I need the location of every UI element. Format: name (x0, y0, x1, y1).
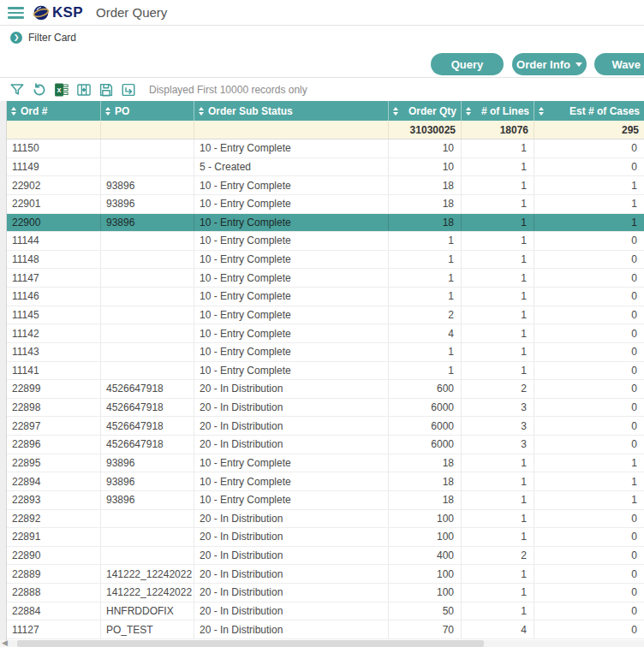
cell-lines: 3 (462, 436, 534, 454)
cell-qty: 400 (389, 547, 462, 565)
cell-cases: 0 (534, 584, 644, 602)
cell-lines: 1 (462, 288, 534, 306)
table-row[interactable]: 1114210 - Entry Complete410 (7, 324, 644, 343)
query-button[interactable]: Query (431, 53, 504, 75)
table-row[interactable]: 229019389610 - Entry Complete1811 (7, 195, 644, 214)
column-label: Est # of Cases (569, 105, 640, 117)
cell-cases: 1 (534, 491, 644, 509)
column-label: PO (115, 105, 129, 117)
cell-po: 93896 (101, 454, 194, 472)
excel-export-icon[interactable]: x (53, 82, 69, 98)
cell-po (101, 362, 194, 380)
wave-info-button[interactable]: Wave Info (594, 53, 644, 75)
hamburger-menu-icon[interactable] (8, 7, 24, 19)
totals-cell-po (101, 121, 194, 139)
table-row[interactable]: 22888141222_1224202220 - In Distribution… (7, 584, 644, 602)
column-header-status[interactable]: Order Sub Status (194, 101, 389, 121)
cell-lines: 1 (462, 158, 534, 176)
cell-cases: 0 (534, 324, 644, 342)
table-row[interactable]: 228949389610 - Entry Complete1811 (7, 472, 644, 491)
table-row[interactable]: 229029389610 - Entry Complete1811 (7, 176, 644, 195)
table-row[interactable]: 1114110 - Entry Complete110 (7, 362, 644, 381)
page-title: Order Query (96, 0, 167, 26)
cell-ord: 22897 (7, 417, 101, 435)
table-row[interactable]: 111495 - Created1010 (7, 158, 644, 177)
column-header-po[interactable]: PO (101, 101, 194, 121)
new-window-icon[interactable] (120, 82, 136, 98)
cell-status: 10 - Entry Complete (194, 251, 389, 269)
table-row[interactable]: 229009389610 - Entry Complete1811 (7, 214, 644, 233)
cell-ord: 11144 (7, 232, 101, 250)
table-row[interactable]: 1114810 - Entry Complete110 (7, 251, 644, 270)
table-row[interactable]: 1114310 - Entry Complete110 (7, 343, 644, 362)
filter-card-toggle[interactable]: ❯ Filter Card (0, 27, 644, 49)
table-row[interactable]: 2289220 - In Distribution10010 (7, 510, 644, 529)
table-row[interactable]: 2289120 - In Distribution10010 (7, 528, 644, 547)
column-header-qty[interactable]: Order Qty (389, 101, 462, 121)
column-chooser-icon[interactable] (75, 82, 92, 98)
cell-po: HNFRDDOFIX (101, 602, 194, 620)
table-row[interactable]: 22884HNFRDDOFIX20 - In Distribution5010 (7, 602, 644, 621)
refresh-icon[interactable] (31, 82, 47, 98)
table-row[interactable]: 22899452664791820 - In Distribution60020 (7, 380, 644, 399)
cell-cases: 0 (534, 565, 644, 583)
table-row[interactable]: 228959389610 - Entry Complete1811 (7, 454, 644, 473)
table-row[interactable]: 1114410 - Entry Complete110 (7, 232, 644, 251)
column-label: Ord # (21, 105, 47, 117)
sort-icon[interactable] (199, 107, 204, 116)
cell-qty: 50 (389, 602, 462, 620)
chevron-right-icon[interactable]: ❯ (10, 32, 22, 44)
cell-cases: 0 (534, 251, 644, 269)
cell-ord: 11141 (7, 362, 101, 380)
globe-icon (33, 4, 50, 21)
table-row[interactable]: 22896452664791820 - In Distribution60003… (7, 436, 644, 454)
table-row[interactable]: 1114510 - Entry Complete210 (7, 306, 644, 325)
scroll-left-arrow-icon[interactable]: ◀ (2, 638, 8, 647)
cell-cases: 0 (534, 158, 644, 176)
filter-icon[interactable] (9, 82, 25, 98)
column-header-lines[interactable]: # of Lines (462, 101, 534, 121)
filter-card-label: Filter Card (28, 27, 76, 50)
column-header-ord[interactable]: Ord # (7, 101, 101, 121)
cell-cases: 0 (534, 620, 644, 638)
save-icon[interactable] (98, 82, 114, 98)
cell-po: 93896 (101, 472, 194, 490)
cell-po: 93896 (101, 214, 194, 232)
table-row[interactable]: 1114610 - Entry Complete110 (7, 288, 644, 306)
column-header-cases[interactable]: Est # of Cases (534, 101, 644, 121)
sort-icon[interactable] (393, 107, 398, 116)
cell-po (101, 528, 194, 546)
horizontal-scrollbar[interactable]: ◀ (0, 640, 644, 647)
cell-ord: 11148 (7, 251, 101, 269)
sort-icon[interactable] (11, 107, 16, 116)
table-row[interactable]: 22898452664791820 - In Distribution60003… (7, 399, 644, 418)
sort-icon[interactable] (539, 107, 544, 116)
cell-cases: 1 (534, 472, 644, 490)
cell-qty: 70 (389, 620, 462, 638)
cell-ord: 22895 (7, 454, 101, 472)
table-row[interactable]: 228939389610 - Entry Complete1811 (7, 491, 644, 510)
cell-qty: 10 (389, 158, 462, 176)
table-row[interactable]: 1114710 - Entry Complete110 (7, 269, 644, 288)
scrollbar-thumb[interactable] (17, 640, 484, 647)
sort-icon[interactable] (466, 107, 471, 116)
cell-qty: 18 (389, 472, 462, 490)
cell-qty: 100 (389, 510, 462, 528)
cell-status: 10 - Entry Complete (194, 232, 389, 250)
table-row[interactable]: 11127PO_TEST20 - In Distribution7040 (7, 620, 644, 639)
totals-cell-status (194, 121, 389, 139)
cell-ord: 11146 (7, 288, 101, 306)
cell-qty: 1 (389, 288, 462, 306)
cell-cases: 0 (534, 399, 644, 417)
cell-cases: 0 (534, 380, 644, 398)
sort-icon[interactable] (105, 107, 110, 116)
order-info-dropdown-button[interactable]: Order Info (512, 53, 587, 75)
table-row[interactable]: 2289020 - In Distribution40020 (7, 547, 644, 566)
cell-cases: 1 (534, 176, 644, 194)
wave-info-label: Wave Info (612, 58, 644, 71)
table-row[interactable]: 22897452664791820 - In Distribution60003… (7, 417, 644, 436)
table-row[interactable]: 22889141222_1224202220 - In Distribution… (7, 565, 644, 584)
table-row[interactable]: 1115010 - Entry Complete1010 (7, 139, 644, 158)
cell-ord: 22894 (7, 472, 101, 490)
cell-po (101, 324, 194, 342)
